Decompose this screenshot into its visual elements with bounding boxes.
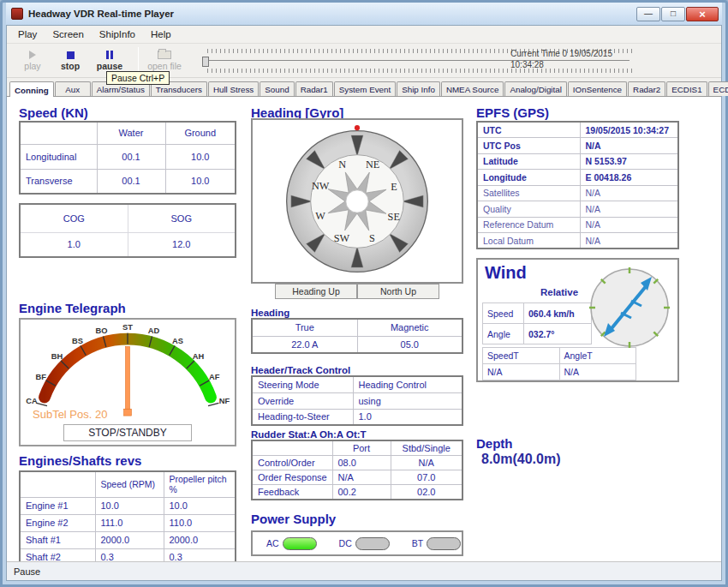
compass-rose: N NE E SE S SW W NW	[278, 123, 436, 280]
row-label: Satellites	[477, 185, 580, 201]
row-label: Quality	[477, 201, 580, 218]
menu-screen[interactable]: Screen	[45, 27, 91, 41]
telegraph-needle-tip	[124, 409, 132, 416]
svg-text:BO: BO	[96, 326, 108, 335]
table-cell: N/A	[580, 201, 678, 218]
minimize-icon: —	[644, 9, 653, 18]
table-cell: 10.0	[165, 169, 236, 194]
row-label: Feedback	[252, 485, 332, 500]
stop-button[interactable]: stop	[51, 46, 89, 75]
epfs-title: EPFS (GPS)	[476, 105, 679, 120]
table-cell: 07.0	[391, 470, 462, 485]
maximize-icon: □	[671, 9, 676, 18]
menu-shipinfo[interactable]: ShipInfo	[92, 27, 143, 41]
app-frame: Play Screen ShipInfo Help play stop paus…	[6, 25, 722, 581]
power-item-bt: BT	[412, 537, 461, 550]
row-label: Shaft #2	[20, 548, 95, 561]
heading-magnetic-value: 05.0	[357, 336, 462, 353]
stop-standby-button[interactable]: STOP/STANDBY	[63, 424, 192, 441]
row-label: Engine #2	[20, 514, 95, 531]
svg-text:AD: AD	[148, 326, 160, 335]
column-header: COG	[20, 204, 128, 232]
play-label: play	[24, 61, 40, 71]
bt-indicator	[427, 537, 461, 550]
tab-radar1[interactable]: Radar1	[295, 81, 333, 96]
menu-help[interactable]: Help	[143, 27, 179, 41]
engines-shafts-table: Speed (RPM) Propeller pitch % Engine #11…	[19, 470, 236, 561]
stop-label: stop	[61, 61, 80, 71]
tab-aux[interactable]: Aux	[55, 81, 91, 96]
table-cell: 111.0	[95, 514, 164, 531]
svg-text:SE: SE	[388, 211, 400, 223]
tab-conning[interactable]: Conning	[9, 81, 54, 97]
minimize-button[interactable]: —	[636, 7, 660, 21]
table-cell: 10.0	[164, 497, 236, 514]
table-cell	[20, 122, 97, 144]
play-button[interactable]: play	[14, 46, 51, 75]
current-time: Current Time 0 19/05/2015 10:34:28	[510, 48, 612, 70]
row-label: Reference Datum	[477, 217, 580, 233]
row-label: Engine #1	[20, 497, 95, 514]
svg-text:CA: CA	[26, 397, 38, 405]
svg-text:NE: NE	[366, 159, 379, 171]
table-cell: using	[353, 392, 462, 409]
dc-indicator	[355, 537, 390, 550]
svg-text:W: W	[315, 210, 325, 222]
heading-true-value: 22.0 A	[252, 336, 357, 353]
tab-ecdis2[interactable]: ECDIS2	[708, 81, 728, 96]
tab-ecdis1[interactable]: ECDIS1	[666, 81, 707, 96]
power-item-ac: AC	[266, 537, 317, 550]
menu-play[interactable]: Play	[10, 27, 45, 41]
heading-up-button[interactable]: Heading Up	[275, 284, 357, 299]
tab-nmea-source[interactable]: NMEA Source	[441, 81, 504, 96]
table-cell: 0.3	[164, 548, 236, 561]
row-label: Transverse	[20, 169, 97, 194]
table-cell: 02.0	[391, 485, 462, 500]
table-cell: 0.3	[95, 548, 164, 561]
rudder-section-title: Rudder Stat:A Oh:A Ot:T	[251, 429, 463, 440]
gyro-mode-buttons: Heading Up North Up	[251, 284, 463, 299]
epfs-table: UTC19/05/2015 10:34:27 UTC PosN/A Latitu…	[476, 121, 679, 249]
tab-radar2[interactable]: Radar2	[628, 81, 665, 96]
tab-hull-stress[interactable]: Hull Stress	[208, 81, 259, 96]
row-label: Latitude	[477, 153, 580, 170]
current-time-line1: Current Time 0 19/05/2015	[510, 48, 612, 59]
close-button[interactable]: ×	[686, 7, 719, 21]
tab-analog-digital[interactable]: Analog/Digital	[504, 81, 566, 96]
wind-anglet-value: N/A	[559, 364, 636, 380]
svg-text:N: N	[338, 158, 346, 170]
power-label: BT	[412, 538, 423, 548]
svg-text:NW: NW	[312, 179, 330, 191]
depth-title: Depth	[476, 436, 679, 451]
stop-icon	[67, 51, 75, 59]
pause-icon	[106, 51, 113, 59]
table-cell: N/A	[332, 470, 391, 485]
speed-title: Speed (KN)	[19, 105, 236, 120]
tab-ionsentence[interactable]: IOnSentence	[568, 81, 627, 96]
row-label: Angle	[483, 324, 524, 344]
sog-value: 12.0	[128, 232, 236, 257]
cog-value: 1.0	[20, 232, 128, 257]
svg-text:S: S	[369, 232, 375, 244]
svg-text:ST: ST	[122, 323, 133, 332]
table-cell: 1.0	[353, 409, 462, 425]
row-label: Longitude	[477, 170, 580, 186]
column-header: Speed (RPM)	[95, 471, 164, 497]
tab-ship-info[interactable]: Ship Info	[397, 81, 440, 96]
open-file-icon	[158, 51, 171, 59]
maximize-button[interactable]: □	[661, 7, 685, 21]
slider-handle[interactable]	[202, 57, 209, 67]
table-cell	[252, 440, 332, 456]
engines-shafts-title: Engines/Shafts revs	[19, 453, 236, 468]
subtel-position: SubTel Pos. 20	[33, 408, 107, 421]
tab-system-event[interactable]: System Event	[334, 81, 396, 96]
svg-text:NF: NF	[219, 397, 230, 405]
north-up-button[interactable]: North Up	[357, 284, 439, 299]
row-label: UTC Pos	[477, 138, 580, 154]
play-icon	[29, 51, 36, 59]
engine-telegraph-panel: CA BF BH BS BO ST AD AS AH AF NF	[19, 318, 236, 446]
power-label: AC	[266, 538, 279, 548]
table-cell: N/A	[580, 233, 678, 249]
svg-text:AS: AS	[172, 337, 183, 345]
tab-sound[interactable]: Sound	[260, 81, 294, 96]
